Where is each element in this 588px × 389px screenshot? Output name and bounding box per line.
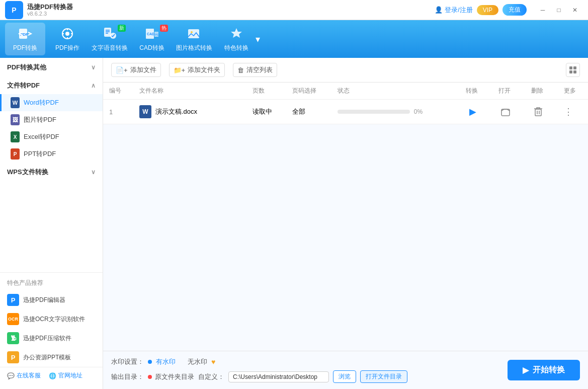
toolbar-item-text-voice[interactable]: 新 文字语音转换 xyxy=(90,23,130,55)
special-icon xyxy=(228,26,244,42)
toolbar-item-pdf-ops[interactable]: PDF操作 xyxy=(47,23,88,55)
vip-icon: ♥ xyxy=(211,358,215,366)
table-row: 1 W 演示文稿.docx 读取中 全部 xyxy=(103,100,588,124)
add-folder-icon: 📁+ xyxy=(174,66,186,74)
sidebar-item-excel-to-pdf[interactable]: X Excel转PDF xyxy=(0,128,103,145)
col-header-num: 编号 xyxy=(103,83,133,100)
watermark-label: 水印设置： xyxy=(111,357,144,366)
ppt-template-icon: P xyxy=(7,351,19,363)
content-toolbar: 📄+ 添加文件 📁+ 添加文件夹 🗑 清空列表 xyxy=(103,58,588,83)
app-name: 迅捷PDF转换器 xyxy=(27,3,73,11)
ppt-icon: P xyxy=(11,149,20,159)
product-compress[interactable]: 🗜 迅捷PDF压缩软件 xyxy=(0,329,103,348)
file-more-cell: ⋮ xyxy=(558,100,588,124)
delete-button[interactable] xyxy=(531,105,545,119)
col-header-open: 打开 xyxy=(492,83,525,100)
sidebar-products: 特色产品推荐 P 迅捷PDF编辑器 OCR 迅捷OCR文字识别软件 🗜 迅捷PD… xyxy=(0,272,103,367)
minimize-button[interactable]: ─ xyxy=(535,3,551,17)
sidebar: PDF转换其他 ∨ 文件转PDF ∧ W Word转PDF 🖼 图片转PDF X… xyxy=(0,58,103,389)
charge-button[interactable]: 充值 xyxy=(502,4,527,16)
file-table: 编号 文件名称 页数 页码选择 状态 转换 打开 删除 更多 1 xyxy=(103,83,588,124)
col-header-delete: 删除 xyxy=(525,83,558,100)
chevron-up-icon: ∧ xyxy=(91,82,96,89)
product-ocr[interactable]: OCR 迅捷OCR文字识别软件 xyxy=(0,309,103,329)
sidebar-section-file-to-pdf[interactable]: 文件转PDF ∧ xyxy=(0,76,103,94)
play-icon: ▶ xyxy=(523,365,529,375)
watermark-on-link[interactable]: 有水印 xyxy=(156,357,176,366)
main-toolbar: PDF PDF转换 PDF操作 新 xyxy=(0,20,588,58)
output-label: 输出目录： xyxy=(111,372,144,381)
chat-icon: 💬 xyxy=(7,372,15,379)
col-header-page-select: 页码选择 xyxy=(286,83,331,100)
app-logo: P xyxy=(5,1,23,19)
svg-rect-20 xyxy=(569,66,572,69)
toolbar-item-label: CAD转换 xyxy=(139,44,164,52)
watermark-on-dot xyxy=(148,360,152,364)
output-dot xyxy=(148,375,152,379)
col-header-convert: 转换 xyxy=(460,83,492,100)
watermark-off-link[interactable]: 无水印 xyxy=(188,357,207,366)
title-bar-right: 👤 登录/注册 VIP 充值 ─ □ ✕ xyxy=(435,3,583,17)
original-dir-label[interactable]: 原文件夹目录 xyxy=(155,372,194,381)
browse-button[interactable]: 浏览 xyxy=(333,370,356,383)
toolbar-item-image[interactable]: 图片格式转换 xyxy=(174,23,214,55)
text-voice-icon xyxy=(102,26,118,42)
online-support-link[interactable]: 💬 在线客服 xyxy=(7,371,41,380)
svg-point-3 xyxy=(65,32,69,36)
pdf-ops-icon xyxy=(59,26,75,42)
toolbar-item-label: PDF转换 xyxy=(13,44,37,52)
website-link[interactable]: 🌐 官网地址 xyxy=(49,371,82,380)
app-version: v8.6.2.3 xyxy=(27,11,73,17)
sidebar-bottom-links: 💬 在线客服 🌐 官网地址 xyxy=(0,367,103,384)
vip-button[interactable]: VIP xyxy=(477,5,498,15)
ocr-icon: OCR xyxy=(7,313,19,325)
add-folder-button[interactable]: 📁+ 添加文件夹 xyxy=(169,63,225,77)
play-button[interactable]: ▶ xyxy=(466,105,480,119)
open-button[interactable] xyxy=(498,105,513,119)
content-footer: 水印设置： 有水印 无水印 ♥ 输出目录： 原文件夹目录 自定义： xyxy=(103,351,588,389)
file-convert-cell: ▶ xyxy=(460,100,492,124)
toolbar-item-special[interactable]: 特色转换 xyxy=(216,23,257,55)
pdf-editor-icon: P xyxy=(7,294,19,306)
word-icon: W xyxy=(11,98,20,107)
clear-icon: 🗑 xyxy=(237,66,244,74)
watermark-settings: 水印设置： 有水印 无水印 ♥ xyxy=(111,357,499,366)
sidebar-item-img-to-pdf[interactable]: 🖼 图片转PDF xyxy=(0,111,103,128)
toolbar-item-label: PDF操作 xyxy=(55,44,79,52)
login-button[interactable]: 👤 登录/注册 xyxy=(435,6,473,15)
toolbar-item-pdf-convert[interactable]: PDF PDF转换 xyxy=(5,23,45,55)
product-ppt-template[interactable]: P 办公资源PPT模板 xyxy=(0,348,103,367)
svg-text:PDF: PDF xyxy=(155,33,159,36)
grid-view-button[interactable] xyxy=(566,63,580,77)
start-convert-button[interactable]: ▶ 开始转换 xyxy=(508,360,580,380)
image-icon xyxy=(186,26,202,42)
products-title: 特色产品推荐 xyxy=(0,277,103,290)
toolbar-item-label: 文字语音转换 xyxy=(92,44,128,52)
sidebar-item-word-to-pdf[interactable]: W Word转PDF xyxy=(0,94,103,111)
product-pdf-editor[interactable]: P 迅捷PDF编辑器 xyxy=(0,290,103,309)
badge-new: 新 xyxy=(118,25,126,32)
word-file-icon: W xyxy=(139,105,151,118)
clear-list-button[interactable]: 🗑 清空列表 xyxy=(233,63,277,77)
open-folder-button[interactable]: 打开文件目录 xyxy=(360,370,407,383)
more-button[interactable]: ⋮ xyxy=(564,107,573,117)
sidebar-section-wps[interactable]: WPS文件转换 ∨ xyxy=(0,163,103,181)
col-header-name: 文件名称 xyxy=(133,83,246,100)
toolbar-item-cad[interactable]: 热 CAD PDF CAD转换 xyxy=(132,23,172,55)
close-button[interactable]: ✕ xyxy=(567,3,583,17)
file-pages-cell: 读取中 xyxy=(246,100,286,124)
main-layout: PDF转换其他 ∨ 文件转PDF ∧ W Word转PDF 🖼 图片转PDF X… xyxy=(0,58,588,389)
progress-pct: 0% xyxy=(414,108,428,115)
cad-icon: CAD PDF xyxy=(144,26,160,42)
output-path-input[interactable] xyxy=(228,371,329,382)
file-list-area: 编号 文件名称 页数 页码选择 状态 转换 打开 删除 更多 1 xyxy=(103,83,588,351)
badge-hot: 热 xyxy=(160,25,168,32)
svg-rect-8 xyxy=(104,28,111,37)
account-icon: 👤 xyxy=(435,6,443,14)
svg-rect-22 xyxy=(569,70,572,73)
sidebar-item-ppt-to-pdf[interactable]: P PPT转PDF xyxy=(0,145,103,163)
sidebar-section-pdf-other[interactable]: PDF转换其他 ∨ xyxy=(0,58,103,76)
maximize-button[interactable]: □ xyxy=(551,3,567,17)
add-file-button[interactable]: 📄+ 添加文件 xyxy=(111,63,161,77)
add-file-icon: 📄+ xyxy=(116,66,128,74)
